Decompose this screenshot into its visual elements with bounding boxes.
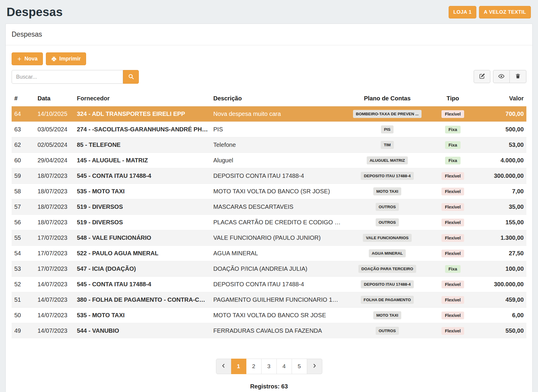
row-date: 14/07/2023 bbox=[35, 292, 74, 308]
row-descricao: FERRADURAS CAVALOS DA FAZENDA bbox=[211, 323, 344, 339]
search-group bbox=[12, 70, 139, 84]
records-count: Registros: 63 bbox=[12, 383, 526, 390]
page-button-1[interactable]: 1 bbox=[231, 359, 246, 374]
row-id: 56 bbox=[12, 215, 35, 230]
row-fornecedor: 145 - ALUGUEL - MATRIZ bbox=[74, 153, 211, 168]
row-valor: 53,00 bbox=[475, 137, 526, 153]
column-header-fornecedor: Fornecedor bbox=[74, 93, 211, 106]
tipo-badge: Flexível bbox=[441, 312, 464, 319]
row-id: 49 bbox=[12, 323, 35, 339]
page-header: Despesas LOJA 1 A VELOZ TEXTIL bbox=[5, 0, 533, 24]
plano-badge: AGUA MINERAL bbox=[369, 249, 406, 257]
tipo-badge: Flexível bbox=[441, 203, 464, 211]
row-date: 14/10/2025 bbox=[35, 106, 74, 122]
tipo-badge: Flexível bbox=[441, 172, 464, 180]
view-button[interactable] bbox=[493, 70, 510, 83]
row-fornecedor: 274 - -SACOLITAS-GARANHUNS-ANDRÉ PH… bbox=[74, 122, 211, 137]
row-valor: 500,00 bbox=[475, 122, 526, 137]
imprimir-button[interactable]: Imprimir bbox=[46, 52, 86, 65]
row-descricao: MOTO TAXI VOLTA DO BANCO (SR JOSE) bbox=[211, 184, 344, 199]
row-descricao: VALE FUNCIONARIO (PAULO JUNIOR) bbox=[211, 230, 344, 246]
plano-badge: OUTROS bbox=[376, 203, 399, 211]
card-title: Despesas bbox=[12, 30, 42, 38]
search-input[interactable] bbox=[12, 70, 123, 84]
column-header-valor: Valor bbox=[475, 93, 526, 106]
row-id: 59 bbox=[12, 168, 35, 184]
edit-button[interactable] bbox=[474, 70, 490, 83]
table-row[interactable]: 55 17/07/2023 548 - VALE FUNCIONÁRIO VAL… bbox=[12, 230, 526, 246]
plano-badge: FOLHA DE PAGAMENTO bbox=[361, 296, 414, 304]
next-page-button[interactable] bbox=[307, 359, 322, 374]
column-header-data: Data bbox=[35, 93, 74, 106]
table-row[interactable]: 52 14/07/2023 545 - CONTA ITAU 17488-4 D… bbox=[12, 277, 526, 292]
row-id: 52 bbox=[12, 277, 35, 292]
nova-button[interactable]: Nova bbox=[12, 52, 43, 65]
row-fornecedor: 324 - ADL TRANSPORTES EIRELI EPP bbox=[74, 106, 211, 122]
table-row[interactable]: 64 14/10/2025 324 - ADL TRANSPORTES EIRE… bbox=[12, 106, 526, 122]
row-date: 14/07/2023 bbox=[35, 323, 74, 339]
row-fornecedor: 522 - PAULO AGUA MNERAL bbox=[74, 246, 211, 261]
table-row[interactable]: 49 14/07/2023 544 - VANUBIO FERRADURAS C… bbox=[12, 323, 526, 339]
page-button-5[interactable]: 5 bbox=[292, 359, 307, 374]
page-button-4[interactable]: 4 bbox=[277, 359, 292, 374]
table-row[interactable]: 58 18/07/2023 535 - MOTO TAXI MOTO TAXI … bbox=[12, 184, 526, 199]
row-id: 57 bbox=[12, 199, 35, 215]
table-header-row: #DataFornecedorDescriçãoPlano de ContasT… bbox=[12, 93, 526, 106]
view-delete-group bbox=[493, 70, 526, 83]
row-fornecedor: 547 - ICIA (DOAÇÃO) bbox=[74, 261, 211, 277]
table-row[interactable]: 60 29/04/2024 145 - ALUGUEL - MATRIZ Alu… bbox=[12, 153, 526, 168]
plano-badge: DEPOSITO ITAU 17488-4 bbox=[361, 172, 413, 180]
store-selector-button[interactable]: LOJA 1 bbox=[449, 6, 476, 18]
row-id: 62 bbox=[12, 137, 35, 153]
table-row[interactable]: 59 18/07/2023 545 - CONTA ITAU 17488-4 D… bbox=[12, 168, 526, 184]
prev-page-button[interactable] bbox=[216, 359, 231, 374]
table-row[interactable]: 50 14/07/2023 535 - MOTO TAXI MOTO TAXI … bbox=[12, 308, 526, 323]
company-selector-button[interactable]: A VELOZ TEXTIL bbox=[479, 6, 531, 18]
plano-badge: BOMBEIRO-TAXA DE PREVEN ... bbox=[353, 110, 422, 118]
row-descricao: DOAÇÃO P/ICIA (ANDREIA JULIA) bbox=[211, 261, 344, 277]
plus-icon bbox=[17, 57, 22, 61]
row-fornecedor: 380 - FOLHA DE PAGAMENTO - CONTRA-CH… bbox=[74, 292, 211, 308]
row-fornecedor: 535 - MOTO TAXI bbox=[74, 184, 211, 199]
plano-badge: MOTO TAXI bbox=[373, 311, 401, 319]
page-button-3[interactable]: 3 bbox=[262, 359, 277, 374]
card-body: Nova Imprimir bbox=[6, 45, 532, 392]
column-header-id: # bbox=[12, 93, 35, 106]
tipo-badge: Fixa bbox=[445, 265, 460, 273]
row-descricao: PIS bbox=[211, 122, 344, 137]
row-date: 14/07/2023 bbox=[35, 308, 74, 323]
tipo-badge: Fixa bbox=[445, 141, 460, 149]
tipo-badge: Fixa bbox=[445, 157, 460, 164]
row-valor: 35,00 bbox=[475, 199, 526, 215]
delete-button[interactable] bbox=[510, 70, 526, 83]
row-descricao: MOTO TAXI VOLTA DO BANCO SR JOSE bbox=[211, 308, 344, 323]
table-row[interactable]: 62 02/05/2024 85 - TELEFONE Telefone TIM… bbox=[12, 137, 526, 153]
table-row[interactable]: 53 17/07/2023 547 - ICIA (DOAÇÃO) DOAÇÃO… bbox=[12, 261, 526, 277]
tipo-badge: Flexível bbox=[441, 296, 464, 304]
tipo-badge: Fixa bbox=[445, 126, 460, 133]
row-id: 63 bbox=[12, 122, 35, 137]
page-title: Despesas bbox=[7, 5, 63, 19]
tipo-badge: Flexível bbox=[441, 281, 464, 288]
page-button-2[interactable]: 2 bbox=[246, 359, 262, 374]
row-date: 17/07/2023 bbox=[35, 246, 74, 261]
table-row[interactable]: 57 18/07/2023 519 - DIVERSOS MASCARAS DE… bbox=[12, 199, 526, 215]
row-valor: 459,00 bbox=[475, 292, 526, 308]
row-valor: 6,00 bbox=[475, 308, 526, 323]
row-date: 02/05/2024 bbox=[35, 137, 74, 153]
row-date: 18/07/2023 bbox=[35, 184, 74, 199]
table-row[interactable]: 54 17/07/2023 522 - PAULO AGUA MNERAL AG… bbox=[12, 246, 526, 261]
plano-badge: ALUGUEL MATRIZ bbox=[367, 156, 408, 164]
table-row[interactable]: 56 18/07/2023 519 - DIVERSOS PLACAS CART… bbox=[12, 215, 526, 230]
row-fornecedor: 535 - MOTO TAXI bbox=[74, 308, 211, 323]
row-valor: 1.300,00 bbox=[475, 230, 526, 246]
plano-badge: DEPOSITO ITAU 17488-4 bbox=[361, 280, 413, 288]
table-row[interactable]: 51 14/07/2023 380 - FOLHA DE PAGAMENTO -… bbox=[12, 292, 526, 308]
row-fornecedor: 519 - DIVERSOS bbox=[74, 199, 211, 215]
row-descricao: DEPOSITO CONTA ITAU 17488-4 bbox=[211, 277, 344, 292]
eye-icon bbox=[498, 73, 505, 80]
table-row[interactable]: 63 03/05/2024 274 - -SACOLITAS-GARANHUNS… bbox=[12, 122, 526, 137]
row-descricao: Aluguel bbox=[211, 153, 344, 168]
search-button[interactable] bbox=[123, 70, 139, 84]
row-fornecedor: 544 - VANUBIO bbox=[74, 323, 211, 339]
